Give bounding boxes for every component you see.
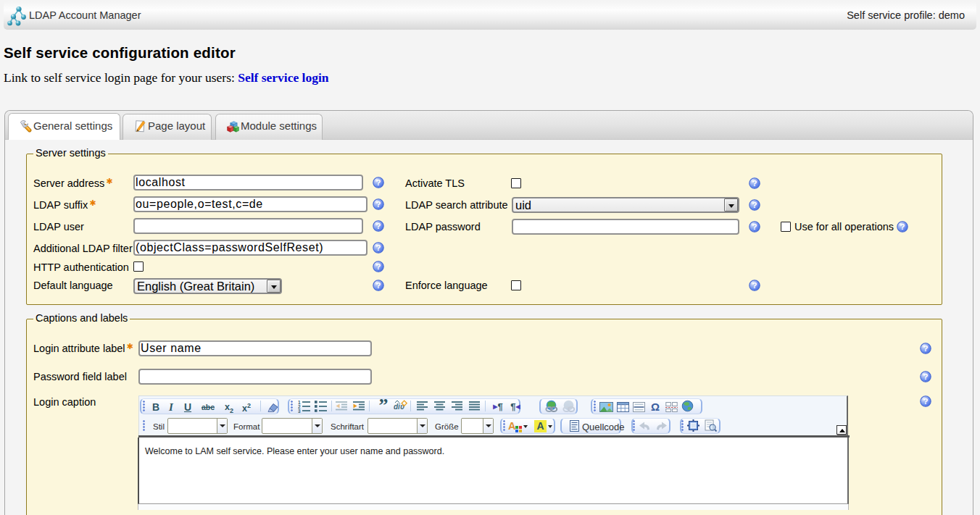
svg-text:3: 3 <box>298 409 301 413</box>
